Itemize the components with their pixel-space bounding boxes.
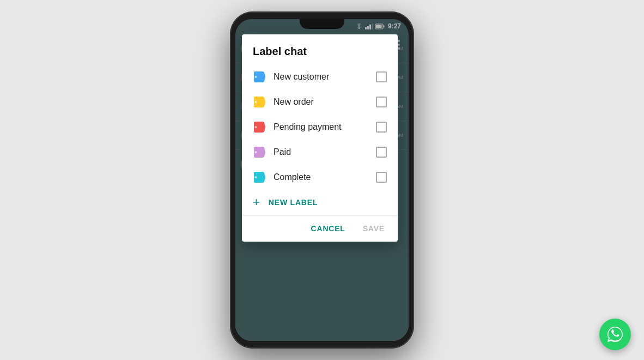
new-order-label: New order bbox=[274, 97, 368, 107]
complete-tag-icon bbox=[253, 171, 266, 183]
new-order-checkbox[interactable] bbox=[376, 97, 387, 107]
dialog-overlay: Label chat New customer bbox=[235, 19, 409, 341]
whatsapp-logo-icon bbox=[606, 325, 624, 344]
pending-payment-label: Pending payment bbox=[274, 122, 368, 132]
new-customer-tag-icon bbox=[253, 71, 266, 83]
save-button[interactable]: SAVE bbox=[359, 222, 389, 235]
svg-point-8 bbox=[255, 76, 257, 78]
paid-label: Paid bbox=[274, 147, 368, 157]
label-item-new-order[interactable]: New order bbox=[244, 89, 396, 115]
new-label-button: NEW LABEL bbox=[269, 198, 318, 207]
svg-point-10 bbox=[255, 126, 257, 128]
whatsapp-badge[interactable] bbox=[599, 319, 631, 350]
svg-point-12 bbox=[255, 176, 257, 178]
page-background: 9:27 PM bbox=[0, 0, 644, 360]
phone-frame: 9:27 PM bbox=[230, 11, 414, 349]
new-customer-checkbox[interactable] bbox=[376, 71, 387, 82]
label-item-paid[interactable]: Paid bbox=[244, 140, 396, 165]
label-item-pending-payment[interactable]: Pending payment bbox=[244, 115, 396, 140]
phone-screen: 9:27 PM bbox=[235, 19, 409, 341]
new-customer-label: New customer bbox=[274, 72, 368, 82]
complete-checkbox[interactable] bbox=[376, 172, 387, 183]
cancel-button[interactable]: CANCEL bbox=[307, 222, 350, 235]
paid-tag-icon bbox=[253, 146, 266, 158]
svg-point-9 bbox=[255, 101, 257, 103]
complete-label: Complete bbox=[274, 172, 368, 182]
label-chat-dialog: Label chat New customer bbox=[242, 34, 398, 242]
label-item-complete[interactable]: Complete bbox=[244, 165, 396, 190]
svg-point-11 bbox=[255, 151, 257, 153]
pending-payment-tag-icon bbox=[253, 121, 266, 133]
label-item-new-customer[interactable]: New customer bbox=[244, 64, 396, 89]
dialog-title: Label chat bbox=[242, 34, 398, 64]
dialog-items-list: New customer New order bbox=[242, 64, 398, 190]
pending-payment-checkbox[interactable] bbox=[376, 122, 387, 133]
new-label-row[interactable]: + NEW LABEL bbox=[242, 190, 398, 215]
dialog-actions: CANCEL SAVE bbox=[242, 215, 398, 242]
paid-checkbox[interactable] bbox=[376, 147, 387, 158]
new-order-tag-icon bbox=[253, 96, 266, 108]
plus-icon: + bbox=[253, 196, 260, 208]
